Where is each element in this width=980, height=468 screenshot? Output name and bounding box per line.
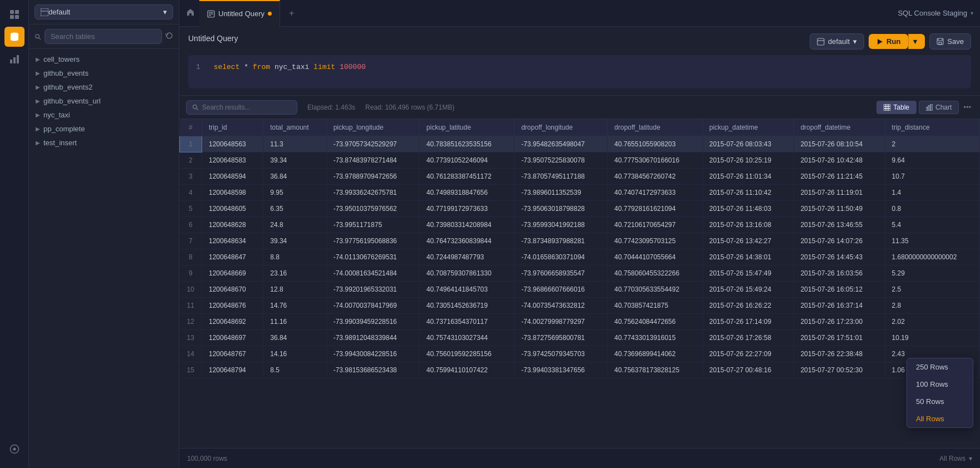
cell[interactable]: 5.4 (885, 217, 979, 233)
cell[interactable]: 1.6800000000000002 (885, 249, 979, 265)
sidebar-item-nyc-taxi[interactable]: ▶ nyc_taxi (29, 108, 179, 122)
cell[interactable]: 2015-07-26 16:03:56 (793, 265, 885, 282)
cell[interactable]: 40.770305633554492 (607, 282, 702, 298)
cell[interactable]: -74.01658630371094 (514, 249, 607, 265)
cell[interactable]: 1.4 (885, 185, 979, 201)
cell[interactable]: 1200648670 (202, 282, 263, 298)
cell[interactable]: -73.87057495117188 (514, 169, 607, 185)
cell[interactable]: 2015-07-26 17:51:01 (793, 330, 885, 346)
cell[interactable]: 5.29 (885, 265, 979, 282)
settings-icon-item[interactable] (4, 439, 24, 459)
cell[interactable]: -73.87483978271484 (326, 152, 419, 169)
cell[interactable]: -73.99039459228516 (326, 314, 419, 330)
grid-icon-item[interactable] (4, 4, 24, 24)
cell[interactable]: 1200648697 (202, 330, 263, 346)
cell[interactable]: 8.5 (263, 362, 326, 378)
environment-selector[interactable]: SQL Console Staging ▾ (898, 9, 973, 17)
cell[interactable]: -73.9951171875 (326, 217, 419, 233)
database-icon-item[interactable] (4, 27, 24, 47)
results-search-box[interactable] (186, 100, 297, 115)
cell[interactable]: -73.9896011352539 (514, 185, 607, 201)
cell[interactable]: 2015-07-26 11:01:34 (702, 169, 793, 185)
cell[interactable]: 40.761283387451172 (419, 169, 514, 185)
cell[interactable]: -74.00700378417969 (326, 298, 419, 314)
cell[interactable]: 40.756378173828125 (607, 362, 702, 378)
cell[interactable]: -73.95063018798828 (514, 201, 607, 217)
cell[interactable]: 2.02 (885, 314, 979, 330)
cell[interactable]: 40.77423095703125 (607, 233, 702, 249)
cell[interactable]: 40.739803314208984 (419, 217, 514, 233)
sidebar-item-github-events2[interactable]: ▶ github_events2 (29, 80, 179, 94)
sidebar-item-pp-complete[interactable]: ▶ pp_complete (29, 122, 179, 136)
cell[interactable]: 2015-07-27 00:48:16 (702, 362, 793, 378)
cell[interactable]: -73.95010375976562 (326, 201, 419, 217)
dropdown-50-rows[interactable]: 50 Rows (907, 393, 973, 410)
cell[interactable]: 40.708759307861330 (419, 265, 514, 282)
cell[interactable]: 10.19 (885, 330, 979, 346)
cell[interactable]: 2015-07-26 22:38:48 (793, 346, 885, 362)
cell[interactable]: 1200648669 (202, 265, 263, 282)
cell[interactable]: 40.75994110107422 (419, 362, 514, 378)
cell[interactable]: 40.75624084472656 (607, 314, 702, 330)
search-tables-input[interactable] (45, 29, 162, 44)
col-header-dropoff-dt[interactable]: dropoff_datetime (793, 119, 885, 136)
col-header-dropoff-lat[interactable]: dropoff_latitude (607, 119, 702, 136)
cell[interactable]: 40.74964141845703 (419, 282, 514, 298)
cell[interactable]: -74.00279998779297 (514, 314, 607, 330)
db-selector-sidebar[interactable]: default ▾ (35, 4, 173, 19)
cell[interactable]: 24.8 (263, 217, 326, 233)
cell[interactable]: 2015-07-26 10:42:48 (793, 152, 885, 169)
cell[interactable]: 1200648563 (202, 136, 263, 152)
cell[interactable]: 2015-07-26 08:10:54 (793, 136, 885, 152)
cell[interactable]: 40.76551055908203 (607, 136, 702, 152)
cell[interactable]: 2015-07-26 16:05:12 (793, 282, 885, 298)
col-header-pickup-lat[interactable]: pickup_latitude (419, 119, 514, 136)
col-header-dropoff-lon[interactable]: dropoff_longitude (514, 119, 607, 136)
cell[interactable]: 1200648767 (202, 346, 263, 362)
cell[interactable]: 2015-07-26 13:46:55 (793, 217, 885, 233)
cell[interactable]: 10.7 (885, 169, 979, 185)
cell[interactable]: 2015-07-26 11:19:01 (793, 185, 885, 201)
add-tab-button[interactable]: + (285, 8, 298, 18)
col-header-pickup-dt[interactable]: pickup_datetime (702, 119, 793, 136)
cell[interactable]: 2015-07-26 10:25:19 (702, 152, 793, 169)
cell[interactable]: 2015-07-26 17:14:09 (702, 314, 793, 330)
run-button[interactable]: Run (869, 34, 908, 49)
cell[interactable]: -74.00735473632812 (514, 298, 607, 314)
cell[interactable]: 9.95 (263, 185, 326, 201)
cell[interactable]: -74.00081634521484 (326, 265, 419, 282)
cell[interactable]: 1200648628 (202, 217, 263, 233)
col-header-trip-id[interactable]: trip_id (202, 119, 263, 136)
cell[interactable]: 1200648634 (202, 233, 263, 249)
cell[interactable]: 40.73716354370117 (419, 314, 514, 330)
cell[interactable]: -73.95993041992188 (514, 217, 607, 233)
cell[interactable]: 39.34 (263, 152, 326, 169)
cell[interactable]: -74.01130676269531 (326, 249, 419, 265)
cell[interactable]: 23.16 (263, 265, 326, 282)
cell[interactable]: -73.87275695800781 (514, 330, 607, 346)
cell[interactable]: 2015-07-26 11:48:03 (702, 201, 793, 217)
cell[interactable]: 2015-07-26 15:49:24 (702, 282, 793, 298)
cell[interactable]: 2015-07-26 13:16:08 (702, 217, 793, 233)
chart-view-button[interactable]: Chart (919, 101, 959, 114)
cell[interactable]: 40.77384567260742 (607, 169, 702, 185)
cell[interactable]: 40.783851623535156 (419, 136, 514, 152)
cell[interactable]: 40.72106170654297 (607, 217, 702, 233)
cell[interactable]: 2015-07-26 14:38:01 (702, 249, 793, 265)
cell[interactable]: 1200648605 (202, 201, 263, 217)
dropdown-all-rows[interactable]: All Rows (907, 410, 973, 427)
cell[interactable]: 40.777530670166016 (607, 152, 702, 169)
results-search-input[interactable] (202, 104, 280, 111)
sidebar-item-github-events[interactable]: ▶ github_events (29, 66, 179, 80)
cell[interactable]: 9.64 (885, 152, 979, 169)
cell[interactable]: 36.84 (263, 330, 326, 346)
cell[interactable]: -73.97756195068836 (326, 233, 419, 249)
cell[interactable]: -73.98153686523438 (326, 362, 419, 378)
cell[interactable]: 14.16 (263, 346, 326, 362)
cell[interactable]: 2015-07-26 11:50:49 (793, 201, 885, 217)
cell[interactable]: -73.95075225830078 (514, 152, 607, 169)
cell[interactable]: 2015-07-26 17:26:58 (702, 330, 793, 346)
dropdown-250-rows[interactable]: 250 Rows (907, 358, 973, 376)
cell[interactable]: -73.97425079345703 (514, 346, 607, 362)
cell[interactable]: 2015-07-26 16:26:22 (702, 298, 793, 314)
